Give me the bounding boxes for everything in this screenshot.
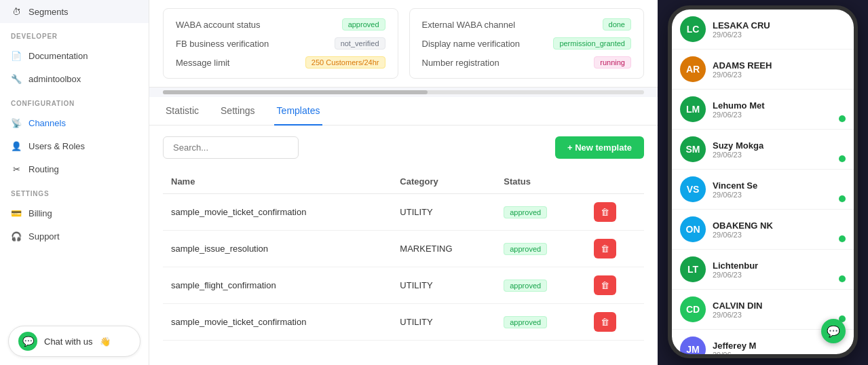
fb-label: FB business verification: [176, 39, 269, 49]
contact-list-item[interactable]: LM Lehumo Met 29/06/23: [672, 90, 854, 130]
table-row: sample_movie_ticket_confirmation UTILITY…: [163, 304, 644, 341]
phone-fab-button[interactable]: 💬: [821, 319, 846, 343]
template-category: MARKETING: [392, 231, 495, 267]
phone-mockup: LC LESAKA CRU 29/06/23 AR ADAMS REEH 29/…: [668, 5, 858, 358]
doc-icon: 📄: [11, 50, 22, 61]
message-limit-label: Message limit: [176, 58, 229, 68]
avatar: VS: [680, 176, 706, 202]
contact-info: Jefferey M 29/06: [713, 341, 846, 355]
sidebar-item-channels[interactable]: 📡 Channels: [0, 111, 149, 134]
channels-icon: 📡: [11, 117, 22, 128]
search-input[interactable]: [163, 136, 299, 159]
delete-template-button[interactable]: 🗑: [594, 312, 616, 332]
template-category: UTILITY: [392, 267, 495, 304]
template-category: UTILITY: [392, 304, 495, 341]
sidebar-item-support[interactable]: 🎧 Support: [0, 225, 149, 248]
templates-toolbar: + New template: [163, 136, 644, 159]
billing-icon: 💳: [11, 208, 22, 218]
chat-icon: 💬: [18, 332, 37, 351]
contact-date: 29/06/23: [713, 191, 846, 199]
chat-with-us-button[interactable]: 💬 Chat with us 👋: [8, 326, 140, 357]
contact-date: 29/06/23: [713, 31, 846, 39]
tab-statistic[interactable]: Statistic: [163, 97, 202, 126]
avatar: AR: [680, 56, 706, 82]
tab-settings[interactable]: Settings: [218, 97, 258, 126]
col-status: Status: [495, 170, 586, 194]
delete-template-button[interactable]: 🗑: [594, 239, 616, 258]
contact-list-item[interactable]: VS Vincent Se 29/06/23: [672, 170, 854, 210]
contact-date: 29/06: [713, 351, 846, 355]
avatar: ON: [680, 216, 706, 242]
toolbox-icon: 🔧: [11, 73, 22, 84]
template-name: sample_issue_resolution: [163, 231, 392, 267]
display-name-label: Display name verification: [422, 39, 521, 49]
tab-templates[interactable]: Templates: [274, 97, 323, 126]
sidebar-item-admintoolbox[interactable]: 🔧 admintoolbox: [0, 67, 149, 90]
configuration-section-label: CONFIGURATION: [0, 90, 149, 111]
contact-name: OBAKENG NK: [713, 220, 846, 231]
online-indicator: [839, 155, 846, 162]
contact-info: Vincent Se 29/06/23: [713, 180, 846, 199]
template-actions: 🗑: [586, 194, 644, 231]
horizontal-scrollbar-area[interactable]: [149, 88, 658, 97]
contact-info: ADAMS REEH 29/06/23: [713, 60, 846, 79]
template-status: approved: [495, 267, 586, 304]
contact-list-item[interactable]: LT Lichtenbur 29/06/23: [672, 250, 854, 290]
contact-list-item[interactable]: AR ADAMS REEH 29/06/23: [672, 50, 854, 90]
contact-info: Lichtenbur 29/06/23: [713, 261, 846, 279]
contact-info: LESAKA CRU 29/06/23: [713, 20, 846, 39]
template-name: sample_flight_confirmation: [163, 267, 392, 304]
sidebar-item-documentation[interactable]: 📄 Documentation: [0, 44, 149, 67]
display-name-badge: permission_granted: [553, 37, 631, 50]
message-limit-row: Message limit 250 Customers/24hr: [176, 56, 385, 69]
sidebar-item-users-roles[interactable]: 👤 Users & Roles: [0, 134, 149, 157]
contact-list-item[interactable]: LC LESAKA CRU 29/06/23: [672, 9, 854, 50]
contact-date: 29/06/23: [713, 71, 846, 79]
phone-panel: LC LESAKA CRU 29/06/23 AR ADAMS REEH 29/…: [658, 0, 868, 365]
contact-info: CALVIN DIN 29/06/23: [713, 301, 846, 319]
avatar: LM: [680, 96, 706, 122]
sidebar-item-routing[interactable]: ✂ Routing: [0, 157, 149, 180]
contact-list-item[interactable]: SM Suzy Mokga 29/06/23: [672, 130, 854, 170]
main-content-wrapper: WABA account status approved FB business…: [149, 0, 658, 365]
table-row: sample_movie_ticket_confirmation UTILITY…: [163, 194, 644, 231]
external-waba-badge: done: [603, 18, 631, 31]
template-name: sample_movie_ticket_confirmation: [163, 304, 392, 341]
avatar: LC: [680, 16, 706, 42]
delete-template-button[interactable]: 🗑: [594, 202, 616, 222]
template-status: approved: [495, 194, 586, 231]
contact-name: Lichtenbur: [713, 261, 846, 271]
sidebar-item-billing[interactable]: 💳 Billing: [0, 201, 149, 225]
contact-date: 29/06/23: [713, 311, 846, 319]
clock-icon: ⏱: [11, 6, 22, 17]
sidebar-item-segments[interactable]: ⏱ Segments: [0, 0, 149, 23]
status-card-right: External WABA channel done Display name …: [409, 8, 645, 79]
contact-date: 29/06/23: [713, 151, 846, 159]
avatar: SM: [680, 136, 706, 162]
online-indicator: [839, 235, 846, 242]
table-row: sample_flight_confirmation UTILITY appro…: [163, 267, 644, 304]
online-indicator: [839, 275, 846, 282]
template-category: UTILITY: [392, 194, 495, 231]
contact-name: Vincent Se: [713, 180, 846, 191]
table-row: sample_issue_resolution MARKETING approv…: [163, 231, 644, 267]
contact-date: 29/06/23: [713, 111, 846, 119]
avatar: JM: [680, 337, 706, 354]
waba-status-row: WABA account status approved: [176, 18, 385, 31]
status-card-left: WABA account status approved FB business…: [163, 8, 398, 79]
contact-info: Suzy Mokga 29/06/23: [713, 140, 846, 159]
contact-name: Suzy Mokga: [713, 140, 846, 151]
new-template-button[interactable]: + New template: [555, 136, 644, 159]
contact-list-item[interactable]: ON OBAKENG NK 29/06/23: [672, 210, 854, 250]
number-registration-row: Number registration running: [422, 56, 632, 69]
developer-section-label: DEVELOPER: [0, 23, 149, 44]
contact-info: OBAKENG NK 29/06/23: [713, 220, 846, 239]
avatar: CD: [680, 296, 706, 322]
templates-area: + New template Name Category Status samp…: [149, 126, 658, 365]
message-limit-badge: 250 Customers/24hr: [305, 56, 385, 69]
avatar: LT: [680, 256, 706, 282]
waba-status-label: WABA account status: [176, 20, 261, 30]
templates-table: Name Category Status sample_movie_ticket…: [163, 170, 644, 341]
delete-template-button[interactable]: 🗑: [594, 275, 616, 295]
display-name-row: Display name verification permission_gra…: [422, 37, 632, 50]
